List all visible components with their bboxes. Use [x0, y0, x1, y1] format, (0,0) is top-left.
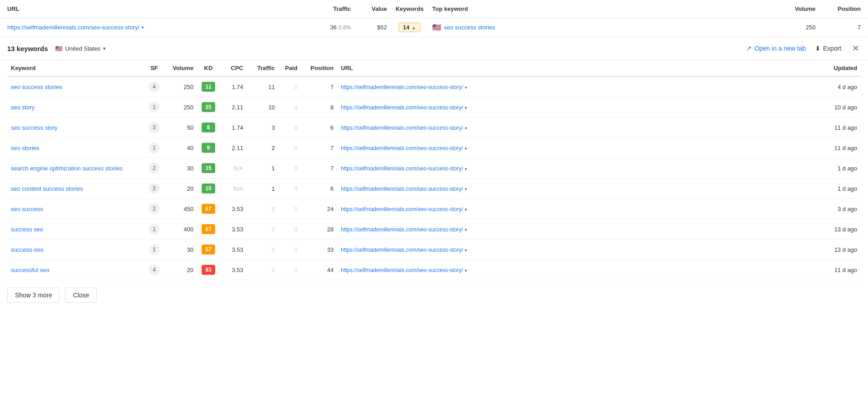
close-section-button[interactable]: ✕: [850, 43, 861, 53]
td-paid-5: 0: [278, 179, 301, 199]
country-dropdown-icon: ▾: [103, 46, 106, 52]
table-row: seo success stories 4 250 11 1.74 11 0 7…: [7, 76, 861, 97]
url-dropdown-icon[interactable]: ▾: [142, 25, 144, 30]
td-position-1: 8: [301, 97, 337, 118]
td-paid-2: 0: [278, 118, 301, 138]
keyword-link-4[interactable]: search engine optimization success stori…: [11, 165, 123, 172]
td-updated-7: 13 d ago: [609, 219, 861, 240]
url-keywords-badge: 14 ▲: [387, 23, 432, 32]
table-row: seo success story 3 50 8 1.74 3 0 6 http…: [7, 118, 861, 138]
table-header-row: Keyword SF Volume KD CPC Traffic Paid Po…: [7, 60, 861, 76]
url-cell-link-2[interactable]: https://selfmademillennials.com/seo-succ…: [341, 125, 463, 131]
td-paid-9: 0: [278, 260, 301, 280]
th-paid: Paid: [278, 60, 301, 76]
kd-badge-0: 11: [202, 82, 215, 92]
keywords-count-badge[interactable]: 14 ▲: [399, 23, 420, 32]
top-keyword-link[interactable]: seo success stories: [444, 24, 495, 31]
open-new-tab-icon: ↗: [746, 44, 752, 52]
country-selector[interactable]: 🇺🇸 United States ▾: [55, 45, 106, 52]
td-position-7: 28: [301, 219, 337, 240]
td-traffic-2: 3: [247, 118, 278, 138]
td-paid-3: 0: [278, 138, 301, 158]
td-url-7: https://selfmademillennials.com/seo-succ…: [337, 219, 609, 240]
keywords-up-arrow-icon: ▲: [411, 25, 416, 30]
close-table-button[interactable]: Close: [65, 287, 97, 303]
volume-column-label: Volume: [770, 5, 816, 12]
url-cell-link-3[interactable]: https://selfmademillennials.com/seo-succ…: [341, 145, 463, 151]
url-cell-link-0[interactable]: https://selfmademillennials.com/seo-succ…: [341, 84, 463, 90]
keyword-link-9[interactable]: successful seo: [11, 267, 49, 273]
table-row: successful seo 4 20 83 3.53 0 0 44 https…: [7, 260, 861, 280]
keywords-column-label: Keywords: [387, 5, 432, 12]
td-sf-2: 3: [143, 118, 165, 138]
url-row-dropdown-icon-2[interactable]: ▾: [465, 126, 467, 131]
keyword-link-1[interactable]: seo story: [11, 104, 35, 111]
td-url-0: https://selfmademillennials.com/seo-succ…: [337, 76, 609, 97]
open-new-tab-button[interactable]: ↗ Open in a new tab: [746, 44, 806, 52]
td-cpc-7: 3.53: [220, 219, 247, 240]
td-traffic-5: 1: [247, 179, 278, 199]
th-volume: Volume: [165, 60, 197, 76]
url-cell-link-9[interactable]: https://selfmademillennials.com/seo-succ…: [341, 267, 463, 273]
keyword-link-0[interactable]: seo success stories: [11, 84, 62, 90]
url-row-dropdown-icon-3[interactable]: ▾: [465, 146, 467, 151]
table-row: seo content success stories 2 20 15 N/A …: [7, 179, 861, 199]
td-kd-1: 25: [197, 97, 220, 118]
td-position-2: 6: [301, 118, 337, 138]
keyword-link-2[interactable]: seo success story: [11, 124, 57, 131]
url-row-dropdown-icon-1[interactable]: ▾: [465, 105, 467, 110]
td-url-8: https://selfmademillennials.com/seo-succ…: [337, 240, 609, 260]
sf-badge-3: 1: [149, 142, 160, 153]
url-row-dropdown-icon-7[interactable]: ▾: [465, 227, 467, 232]
sf-badge-9: 4: [149, 264, 160, 275]
td-kd-5: 15: [197, 179, 220, 199]
url-row-dropdown-icon-4[interactable]: ▾: [465, 166, 467, 171]
th-keyword: Keyword: [7, 60, 143, 76]
keyword-link-8[interactable]: success-seo: [11, 246, 43, 253]
url-row-dropdown-icon-5[interactable]: ▾: [465, 187, 467, 192]
sf-badge-4: 2: [149, 163, 160, 174]
url-cell-link-1[interactable]: https://selfmademillennials.com/seo-succ…: [341, 104, 463, 111]
td-paid-7: 0: [278, 219, 301, 240]
th-updated: Updated: [609, 60, 861, 76]
keyword-link-5[interactable]: seo content success stories: [11, 185, 83, 192]
td-keyword-6: seo success: [7, 199, 143, 219]
td-kd-2: 8: [197, 118, 220, 138]
keyword-link-7[interactable]: success seo: [11, 226, 43, 233]
kd-badge-1: 25: [202, 102, 215, 112]
url-cell-link-8[interactable]: https://selfmademillennials.com/seo-succ…: [341, 247, 463, 253]
url-cell-link-5[interactable]: https://selfmademillennials.com/seo-succ…: [341, 186, 463, 192]
url-cell-link-4[interactable]: https://selfmademillennials.com/seo-succ…: [341, 165, 463, 172]
url-link[interactable]: https://selfmademillennials.com/seo-succ…: [7, 24, 297, 31]
td-keyword-7: success seo: [7, 219, 143, 240]
td-sf-6: 2: [143, 199, 165, 219]
url-text: https://selfmademillennials.com/seo-succ…: [7, 24, 140, 31]
td-updated-1: 10 d ago: [609, 97, 861, 118]
kd-badge-9: 83: [202, 265, 215, 275]
td-sf-5: 2: [143, 179, 165, 199]
url-cell-link-6[interactable]: https://selfmademillennials.com/seo-succ…: [341, 206, 463, 212]
url-row-dropdown-icon-0[interactable]: ▾: [465, 85, 467, 90]
keyword-link-3[interactable]: seo stories: [11, 145, 39, 151]
main-container: URL Traffic Value Keywords Top keyword V…: [0, 0, 868, 395]
table-row: seo story 1 250 25 2.11 10 0 8 https://s…: [7, 97, 861, 118]
td-cpc-4: N/A: [220, 158, 247, 179]
url-volume-cell: 250: [770, 24, 816, 31]
sf-badge-1: 1: [149, 102, 160, 113]
url-row-dropdown-icon-6[interactable]: ▾: [465, 207, 467, 212]
table-row: success seo 1 400 67 3.53 0 0 28 https:/…: [7, 219, 861, 240]
show-more-button[interactable]: Show 3 more: [7, 287, 60, 303]
url-position-cell: 7: [816, 24, 861, 31]
td-url-4: https://selfmademillennials.com/seo-succ…: [337, 158, 609, 179]
td-updated-4: 1 d ago: [609, 158, 861, 179]
url-row-dropdown-icon-8[interactable]: ▾: [465, 248, 467, 253]
export-button[interactable]: ⬇ Export: [815, 45, 841, 52]
keyword-link-6[interactable]: seo success: [11, 206, 43, 212]
td-volume-2: 50: [165, 118, 197, 138]
url-row-dropdown-icon-9[interactable]: ▾: [465, 268, 467, 273]
td-sf-1: 1: [143, 97, 165, 118]
td-sf-0: 4: [143, 76, 165, 97]
th-cpc: CPC: [220, 60, 247, 76]
url-cell-link-7[interactable]: https://selfmademillennials.com/seo-succ…: [341, 226, 463, 233]
td-kd-8: 57: [197, 240, 220, 260]
